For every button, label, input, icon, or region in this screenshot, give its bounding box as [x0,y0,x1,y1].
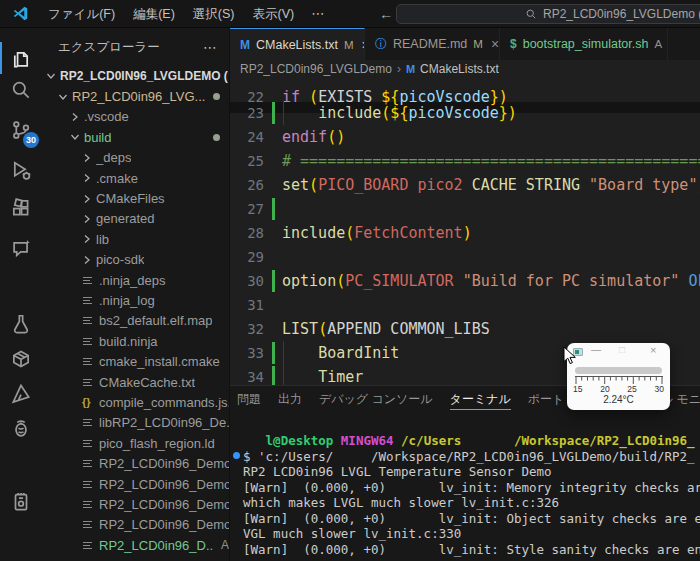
tree-item-rp2_lcd0in96_d...[interactable]: RP2_LCD0in96_D...A [42,535,229,555]
menu-item-1[interactable]: 編集(E) [124,7,184,21]
code-line-24[interactable]: 24endif() [230,125,700,149]
tree-item-pico_flash_region.ld[interactable]: pico_flash_region.ld [42,433,229,453]
git-status-badge: A [221,538,229,552]
simulator-close-button[interactable]: × [650,344,656,356]
close-tab-icon[interactable]: × [491,36,499,52]
tab-cmakelists-txt[interactable]: MCMakeLists.txtM× [230,28,365,60]
panel-tab-デバッグ-コンソール[interactable]: デバッグ コンソール [319,386,433,412]
tab-readme-md[interactable]: ⓘREADME.mdM× [365,28,500,60]
raspberry-pi-pico-icon[interactable] [0,414,42,444]
simulator-minimize-button[interactable]: — [591,344,601,355]
git-change-gutter [272,342,275,364]
command-center-search[interactable]: RP2_LCD0in96_LVGLDemo (ワークス [396,4,700,24]
run-debug-icon[interactable] [0,155,42,185]
simulator-window[interactable]: — □ × 15202530 2.24°C [567,343,670,410]
mouse-cursor [563,346,578,366]
tree-item-librp2_lcd0in96_de...[interactable]: libRP2_LCD0in96_De... [42,413,229,433]
file-tree: RP2_LCD0IN96_LVGLDEMO (ワ...RP2_LCD0in96_… [42,66,229,561]
tree-item-label: build [84,130,111,145]
code-line-31[interactable]: 31 [230,293,700,317]
tree-item-compile_commands.js...[interactable]: {}compile_commands.js... [42,392,229,412]
tree-item-rp2_lcd0in96_demo....[interactable]: RP2_LCD0in96_Demo.... [42,494,229,514]
tree-item-rp2_lcd0in96_demo....[interactable]: RP2_LCD0in96_Demo.... [42,555,229,561]
tree-item-rp2_lcd0in96_demo....[interactable]: RP2_LCD0in96_Demo.... [42,515,229,535]
file-icon [82,519,95,530]
source-control-icon[interactable]: 30 [0,115,42,145]
simulator-title-bar[interactable]: — □ × [567,343,670,358]
file-icon [82,356,95,367]
scale-tick-label: 20 [600,384,609,394]
tree-item-build.ninja[interactable]: build.ninja [42,331,229,351]
tree-item-label: .cmake [96,171,138,186]
panel-tab-出力[interactable]: 出力 [278,386,302,412]
tree-item-cmakefiles[interactable]: CMakeFiles [42,188,229,208]
panel-tab-問題[interactable]: 問題 [237,386,261,412]
panel-tab-ポート[interactable]: ポート [528,386,565,412]
breadcrumb-file[interactable]: CMakeLists.txt [420,62,499,76]
temperature-slider[interactable] [575,367,662,374]
search-placeholder: RP2_LCD0in96_LVGLDemo (ワークス [543,6,700,23]
code-line-23[interactable]: 23 include(${picoVscode}) [230,101,700,125]
menu-item-0[interactable]: ファイル(F) [39,7,124,21]
tree-item-rp2_lcd0in96_lvgldemo...[interactable]: RP2_LCD0IN96_LVGLDEMO (ワ... [42,66,229,86]
code-line-32[interactable]: 32LIST(APPEND COMMON_LIBS [230,317,700,341]
copilot-chat-icon[interactable] [0,233,42,263]
file-icon [82,417,95,428]
breadcrumb-folder[interactable]: RP2_LCD0in96_LVGLDemo [240,62,392,76]
tab-label: CMakeLists.txt [256,38,338,52]
tree-item-label: RP2_LCD0in96_Demo.... [99,517,229,532]
menu-item-2[interactable]: 選択(S) [184,7,244,21]
menu-item-3[interactable]: 表示(V) [243,7,303,21]
terminal-line-6: VGL much slower lv_init.c:330 [243,526,700,542]
testing-icon[interactable] [0,309,42,339]
explorer-icon[interactable] [0,44,42,74]
code-line-25[interactable]: 25# ====================================… [230,149,700,173]
tree-item-rp2_lcd0in96_lvg...[interactable]: RP2_LCD0in96_LVG... [42,86,229,106]
tab-bootstrap-simulator-sh[interactable]: $bootstrap_simulator.shA [500,28,668,60]
scm-badge: 30 [23,132,39,148]
chevron-right-icon [82,255,93,265]
tree-item-generated[interactable]: generated [42,209,229,229]
chevron-right-icon [70,112,81,122]
git-status-badge: A [654,38,662,50]
git-status-badge: M [473,38,483,50]
code-editor[interactable]: 22if (EXISTS ${picoVscode})23 include(${… [230,78,700,385]
tree-item-rp2_lcd0in96_demo....[interactable]: RP2_LCD0in96_Demo.... [42,453,229,473]
tree-item-.ninja_log[interactable]: .ninja_log [42,290,229,310]
extensions-icon[interactable] [0,193,42,223]
code-line-30[interactable]: 30option(PC_SIMULATOR "Build for PC simu… [230,269,700,293]
code-line-26[interactable]: 26set(PICO_BOARD pico2 CACHE STRING "Boa… [230,173,700,197]
command-decoration-dot[interactable] [233,452,240,459]
search-icon[interactable] [0,75,42,105]
tree-item-.ninja_deps[interactable]: .ninja_deps [42,270,229,290]
simulator-maximize-button[interactable]: □ [619,344,625,355]
line-number: 25 [230,149,264,173]
code-line-28[interactable]: 28include(FetchContent) [230,221,700,245]
tree-item-label: cmake_install.cmake [99,354,220,369]
tree-item-.vscode[interactable]: .vscode [42,107,229,127]
tree-item-build[interactable]: build [42,127,229,147]
temperature-scale-labels: 15202530 [573,384,664,394]
tree-item-bs2_default.elf.map[interactable]: bs2_default.elf.map [42,311,229,331]
code-line-27[interactable]: 27 [230,197,700,221]
tree-item-_deps[interactable]: _deps [42,148,229,168]
menu-more-button[interactable]: ⋯ [303,0,332,28]
panel-tab-ターミナル[interactable]: ターミナル [450,386,511,412]
tree-item-cmake_install.cmake[interactable]: cmake_install.cmake [42,351,229,371]
breadcrumb[interactable]: RP2_LCD0in96_LVGLDemo › M CMakeLists.txt [230,60,700,78]
tree-item-.cmake[interactable]: .cmake [42,168,229,188]
terminal-output[interactable]: l@Desktop MINGW64 /c/Users /Workspace/RP… [230,412,700,561]
tree-item-rp2_lcd0in96_demo....[interactable]: RP2_LCD0in96_Demo.... [42,474,229,494]
tree-item-lib[interactable]: lib [42,229,229,249]
cmake-icon[interactable] [0,379,42,409]
code-line-29[interactable]: 29 [230,245,700,269]
tree-item-label: lib [96,232,109,247]
tree-item-cmakecache.txt[interactable]: CMakeCache.txt [42,372,229,392]
tree-item-pico-sdk[interactable]: pico-sdk [42,250,229,270]
cmake-file-icon: M [240,38,250,52]
container-tools-icon[interactable] [0,344,42,374]
serial-board-icon[interactable] [0,487,42,517]
explorer-actions-button[interactable]: ⋯ [203,39,217,55]
line-number: 34 [230,365,264,385]
tree-item-label: libRP2_LCD0in96_De... [99,415,229,430]
